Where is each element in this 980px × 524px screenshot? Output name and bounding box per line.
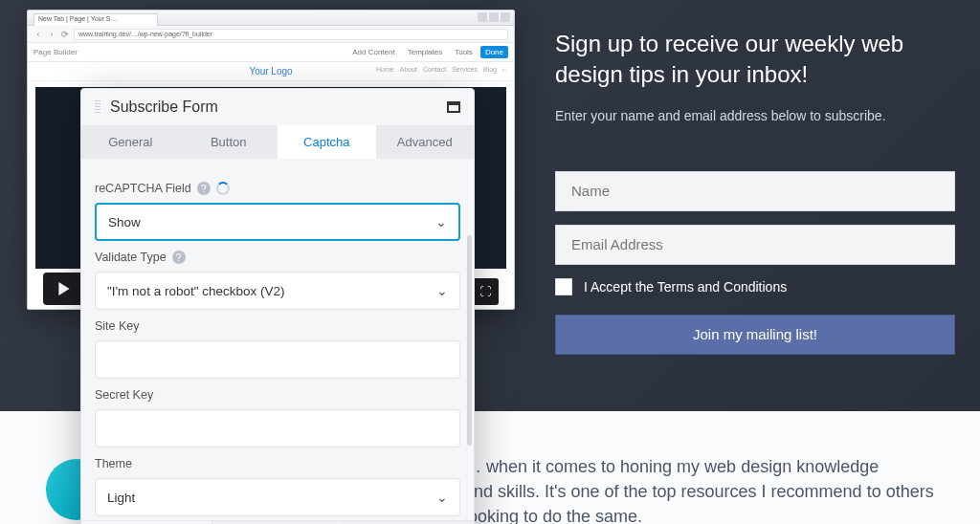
- url-field[interactable]: www.training.dev/…/wp-new-page/?fl_build…: [74, 29, 508, 40]
- tab-captcha[interactable]: Captcha: [278, 125, 376, 159]
- secretkey-label: Secret Key: [95, 388, 460, 402]
- chip-add-content[interactable]: Add Content: [347, 46, 399, 58]
- chip-tools[interactable]: Tools: [450, 46, 478, 58]
- email-input[interactable]: Email Address: [555, 225, 955, 265]
- recaptcha-label-row: reCAPTCHA Field ?: [95, 182, 460, 195]
- signup-subtext: Enter your name and email address below …: [555, 108, 955, 123]
- window-controls: [478, 12, 510, 22]
- mini-nav-about[interactable]: About: [400, 66, 417, 73]
- mini-nav-contact[interactable]: Contact: [423, 66, 446, 73]
- chevron-down-icon: ⌄: [435, 214, 447, 229]
- mini-nav: Home About Contact Services Blog ⌕: [376, 66, 506, 73]
- mini-nav-blog[interactable]: Blog: [483, 66, 497, 73]
- join-button[interactable]: Join my mailing list!: [555, 315, 955, 355]
- site-logo-bar: Your Logo Home About Contact Services Bl…: [28, 62, 514, 81]
- search-icon[interactable]: ⌕: [502, 66, 506, 73]
- signup-heading: Sign up to receive our weekly web design…: [555, 29, 955, 91]
- panel-tabs: General Button Captcha Advanced: [81, 125, 474, 159]
- page-builder-label: Page Builder: [33, 48, 345, 56]
- join-button-label: Join my mailing list!: [693, 326, 817, 342]
- panel-body: reCAPTCHA Field ? Show ⌄ Validate Type ?…: [81, 159, 474, 520]
- help-icon[interactable]: ?: [197, 182, 211, 195]
- recaptcha-value: Show: [108, 215, 141, 229]
- browser-address-bar: ‹ › ⟳ www.training.dev/…/wp-new-page/?fl…: [28, 26, 514, 43]
- panel-title: Subscribe Form: [110, 98, 447, 116]
- validate-label: Validate Type: [95, 251, 167, 264]
- loading-spinner-icon: [216, 182, 230, 195]
- play-button[interactable]: [43, 273, 85, 305]
- help-icon[interactable]: ?: [172, 251, 186, 264]
- window-icon[interactable]: [447, 101, 460, 113]
- reload-icon[interactable]: ⟳: [60, 30, 70, 39]
- testimonial-line-2: and skills. It's one of the top resource…: [464, 479, 943, 524]
- subscribe-form-panel: Subscribe Form General Button Captcha Ad…: [80, 88, 475, 524]
- chip-templates[interactable]: Templates: [403, 46, 447, 58]
- validate-value: "I'm not a robot" checkbox (V2): [107, 284, 285, 298]
- email-placeholder: Email Address: [571, 236, 663, 252]
- panel-footer: Save Save As... Cancel: [81, 520, 474, 524]
- browser-tab[interactable]: New Tab | Page | Your S…: [33, 13, 158, 26]
- theme-label: Theme: [95, 457, 460, 470]
- chevron-down-icon: ⌄: [436, 490, 448, 505]
- validate-select[interactable]: "I'm not a robot" checkbox (V2) ⌄: [95, 272, 460, 310]
- browser-titlebar: New Tab | Page | Your S…: [28, 11, 514, 26]
- theme-value: Light: [107, 491, 135, 505]
- secretkey-input[interactable]: [95, 409, 460, 448]
- name-input[interactable]: Name: [555, 171, 955, 211]
- site-logo: Your Logo: [249, 66, 292, 76]
- recaptcha-label: reCAPTCHA Field: [95, 182, 191, 195]
- tab-advanced[interactable]: Advanced: [376, 125, 475, 159]
- sitekey-input[interactable]: [95, 340, 460, 379]
- testimonial-line-1: … when it comes to honing my web design …: [464, 454, 943, 479]
- back-icon[interactable]: ‹: [33, 30, 43, 39]
- testimonial-text: … when it comes to honing my web design …: [464, 454, 943, 524]
- recaptcha-select[interactable]: Show ⌄: [95, 203, 460, 241]
- chevron-down-icon: ⌄: [436, 283, 448, 298]
- panel-header[interactable]: Subscribe Form: [81, 89, 474, 125]
- fullscreen-icon[interactable]: ⛶: [472, 278, 499, 305]
- tab-button[interactable]: Button: [180, 125, 278, 159]
- chip-done[interactable]: Done: [480, 46, 508, 58]
- tab-general[interactable]: General: [81, 125, 180, 159]
- validate-label-row: Validate Type ?: [95, 251, 460, 264]
- signup-form: Sign up to receive our weekly web design…: [555, 29, 955, 355]
- terms-checkbox[interactable]: [555, 278, 572, 295]
- forward-icon[interactable]: ›: [47, 30, 56, 39]
- sitekey-label: Site Key: [95, 319, 460, 333]
- builder-topbar: Page Builder Add Content Templates Tools…: [28, 43, 514, 62]
- theme-select[interactable]: Light ⌄: [95, 478, 460, 516]
- mini-nav-services[interactable]: Services: [452, 66, 478, 73]
- terms-label: I Accept the Terms and Conditions: [584, 279, 787, 295]
- terms-row: I Accept the Terms and Conditions: [555, 278, 955, 295]
- name-placeholder: Name: [571, 183, 610, 199]
- mini-nav-home[interactable]: Home: [376, 66, 394, 73]
- drag-handle-icon[interactable]: [95, 100, 100, 114]
